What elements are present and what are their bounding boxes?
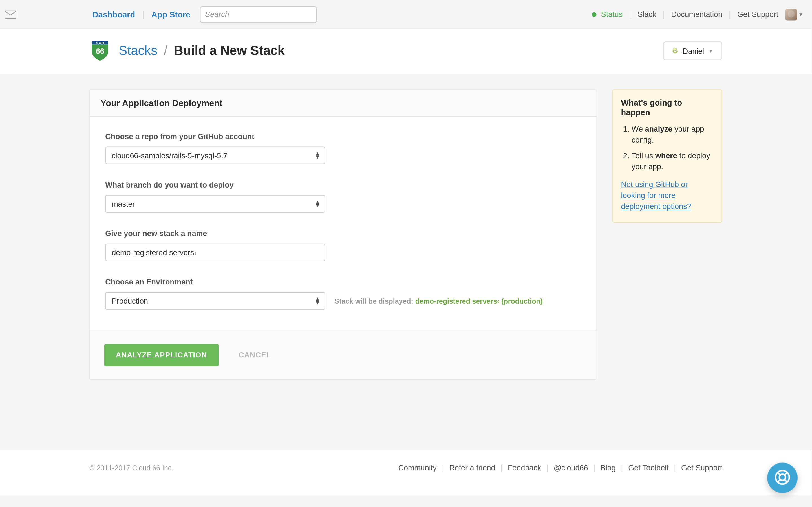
user-menu-button[interactable]: ⚙ Daniel ▼	[663, 41, 722, 60]
footer-toolbelt[interactable]: Get Toolbelt	[628, 463, 668, 472]
nav-documentation[interactable]: Documentation	[670, 10, 723, 18]
avatar[interactable]	[785, 8, 797, 20]
environment-select[interactable]: Production	[105, 292, 325, 309]
footer-twitter[interactable]: @cloud66	[554, 463, 588, 472]
analyze-application-button[interactable]: ANALYZE APPLICATION	[104, 344, 219, 367]
user-menu-name: Daniel	[682, 47, 704, 55]
svg-text:CLOUD: CLOUD	[96, 42, 104, 45]
status-indicator-icon	[592, 12, 597, 17]
svg-text:66: 66	[96, 47, 104, 55]
breadcrumb-stacks[interactable]: Stacks	[119, 43, 157, 58]
help-sidebox: What's going to happen We analyze your a…	[612, 89, 722, 223]
repo-label: Choose a repo from your GitHub account	[105, 132, 581, 141]
cloud66-logo-icon: CLOUD 66	[89, 41, 110, 61]
footer-copyright: © 2011-2017 Cloud 66 Inc.	[89, 464, 173, 472]
svg-line-7	[777, 479, 780, 482]
branch-select[interactable]: master	[105, 195, 325, 213]
deployment-panel: Your Application Deployment Choose a rep…	[89, 89, 597, 380]
svg-line-6	[784, 472, 787, 475]
stack-name-input[interactable]	[105, 244, 325, 261]
sidebox-step-2: Tell us where to deploy your app.	[631, 151, 713, 172]
help-fab-button[interactable]	[767, 463, 798, 493]
nav-separator: |	[142, 10, 144, 19]
cancel-button[interactable]: CANCEL	[239, 351, 271, 359]
breadcrumb: Stacks / Build a New Stack	[119, 43, 285, 58]
footer-community[interactable]: Community	[398, 463, 437, 472]
nav-status[interactable]: Status	[600, 10, 624, 18]
user-glyph-icon: ⚙	[672, 47, 678, 55]
panel-title: Your Application Deployment	[90, 90, 596, 117]
nav-slack[interactable]: Slack	[637, 10, 657, 18]
mail-icon[interactable]	[5, 10, 16, 18]
page-title: Build a New Stack	[174, 43, 285, 58]
sidebox-step-1: We analyze your app config.	[631, 124, 713, 146]
stack-name-label: Give your new stack a name	[105, 229, 581, 238]
nav-get-support[interactable]: Get Support	[736, 10, 779, 18]
search-input[interactable]	[200, 6, 317, 22]
footer: © 2011-2017 Cloud 66 Inc. Community | Re…	[0, 450, 812, 496]
svg-line-5	[777, 472, 780, 475]
footer-support[interactable]: Get Support	[681, 463, 722, 472]
lifebuoy-icon	[774, 469, 791, 487]
repo-select[interactable]: cloud66-samples/rails-5-mysql-5.7	[105, 147, 325, 164]
avatar-caret-icon[interactable]: ▾	[799, 11, 802, 17]
page-header: CLOUD 66 Stacks / Build a New Stack ⚙ Da…	[0, 29, 812, 74]
environment-label: Choose an Environment	[105, 277, 581, 286]
branch-label: What branch do you want to deploy	[105, 180, 581, 189]
top-nav-bar: Dashboard | App Store Status | Slack | D…	[0, 0, 812, 29]
footer-refer[interactable]: Refer a friend	[449, 463, 495, 472]
stack-display-hint: Stack will be displayed: demo-registered…	[335, 296, 543, 305]
footer-feedback[interactable]: Feedback	[508, 463, 541, 472]
nav-dashboard[interactable]: Dashboard	[91, 10, 137, 19]
chevron-down-icon: ▼	[708, 48, 714, 54]
nav-app-store[interactable]: App Store	[150, 10, 192, 19]
sidebox-alt-link[interactable]: Not using GitHub or looking for more dep…	[621, 180, 691, 211]
footer-blog[interactable]: Blog	[601, 463, 616, 472]
sidebox-title: What's going to happen	[621, 98, 714, 117]
svg-line-8	[784, 479, 787, 482]
